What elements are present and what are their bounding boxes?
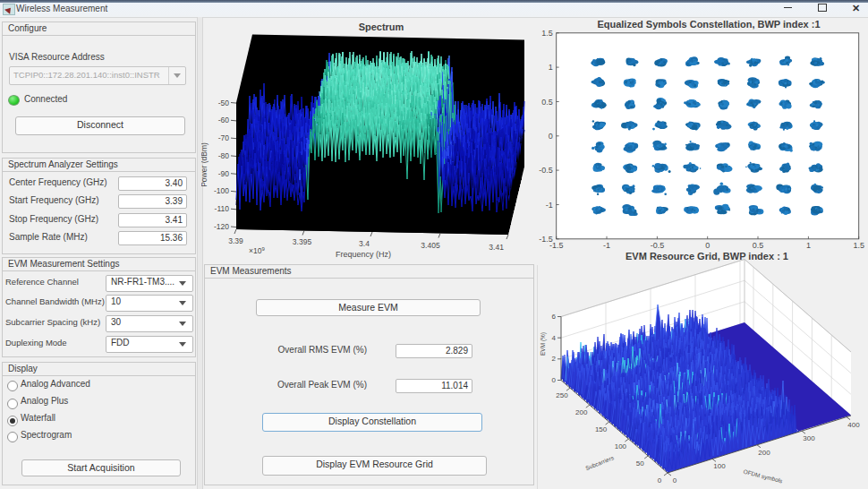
svg-text:0: 0 bbox=[552, 376, 557, 384]
svg-text:-120: -120 bbox=[214, 222, 229, 231]
svg-text:3.4: 3.4 bbox=[359, 239, 370, 248]
svg-text:50: 50 bbox=[636, 459, 644, 468]
svg-text:-1: -1 bbox=[603, 241, 610, 249]
svg-text:2: 2 bbox=[552, 355, 557, 363]
svg-text:4: 4 bbox=[552, 334, 557, 342]
svg-text:0.5: 0.5 bbox=[753, 241, 764, 249]
svg-text:1: 1 bbox=[806, 241, 811, 249]
svg-text:1: 1 bbox=[549, 63, 553, 72]
svg-text:200: 200 bbox=[758, 449, 770, 457]
svg-text:-80: -80 bbox=[218, 151, 230, 160]
svg-text:0.5: 0.5 bbox=[541, 98, 553, 107]
svg-text:0: 0 bbox=[673, 476, 677, 485]
svg-text:1.5: 1.5 bbox=[541, 29, 553, 38]
svg-text:3.39: 3.39 bbox=[228, 236, 243, 245]
svg-text:Subcarriers: Subcarriers bbox=[584, 454, 615, 471]
svg-text:400: 400 bbox=[847, 421, 860, 429]
svg-text:-100: -100 bbox=[214, 186, 229, 195]
svg-text:3.41: 3.41 bbox=[489, 243, 504, 252]
svg-text:150: 150 bbox=[595, 425, 608, 433]
svg-text:-90: -90 bbox=[218, 169, 230, 178]
svg-text:3.395: 3.395 bbox=[293, 237, 312, 246]
svg-text:×109: ×109 bbox=[249, 246, 265, 255]
svg-text:3.405: 3.405 bbox=[421, 241, 440, 250]
svg-text:200: 200 bbox=[575, 408, 588, 416]
svg-text:-60: -60 bbox=[218, 116, 230, 124]
svg-text:-70: -70 bbox=[218, 133, 230, 142]
svg-text:-0.5: -0.5 bbox=[651, 241, 665, 249]
svg-text:-1.5: -1.5 bbox=[539, 235, 553, 244]
svg-text:EVM (%): EVM (%) bbox=[540, 332, 547, 356]
svg-text:100: 100 bbox=[615, 442, 627, 450]
svg-text:EVM Resource Grid, BWP index :: EVM Resource Grid, BWP index : 1 bbox=[625, 251, 788, 262]
svg-text:0: 0 bbox=[549, 132, 553, 141]
svg-text:Equalized Symbols Constellatio: Equalized Symbols Constellation, BWP ind… bbox=[597, 19, 820, 30]
svg-text:0: 0 bbox=[705, 241, 710, 249]
svg-text:Spectrum: Spectrum bbox=[359, 21, 404, 32]
svg-text:Power (dBm): Power (dBm) bbox=[201, 142, 208, 187]
svg-text:250: 250 bbox=[556, 391, 568, 399]
svg-text:-1: -1 bbox=[546, 201, 553, 210]
svg-text:-50: -50 bbox=[218, 99, 230, 107]
svg-text:-110: -110 bbox=[215, 204, 230, 213]
svg-text:100: 100 bbox=[713, 462, 726, 470]
svg-text:0: 0 bbox=[658, 476, 662, 485]
svg-text:300: 300 bbox=[803, 434, 815, 442]
svg-text:-0.5: -0.5 bbox=[539, 166, 553, 175]
svg-text:OFDM symbols: OFDM symbols bbox=[743, 468, 784, 485]
svg-text:Frequency (Hz): Frequency (Hz) bbox=[336, 250, 391, 259]
svg-text:1.5: 1.5 bbox=[853, 241, 864, 249]
svg-text:6: 6 bbox=[552, 313, 557, 321]
